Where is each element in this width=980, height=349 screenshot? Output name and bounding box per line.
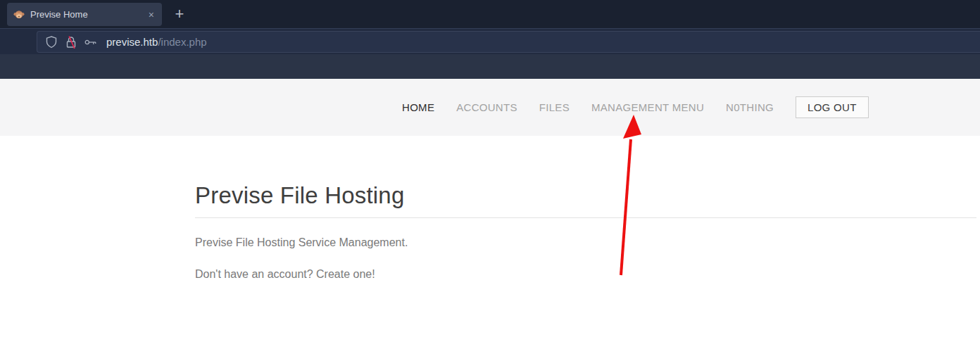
page-body: HOME ACCOUNTS FILES MANAGEMENT MENU N0TH… — [0, 79, 980, 349]
main-content: Previse File Hosting Previse File Hostin… — [195, 182, 976, 281]
url-path: /index.php — [158, 36, 206, 48]
title-divider — [195, 217, 976, 218]
monkey-favicon-icon — [13, 9, 25, 20]
intro-text: Previse File Hosting Service Management. — [195, 236, 976, 249]
insecure-lock-icon[interactable] — [65, 35, 77, 49]
site-nav: HOME ACCOUNTS FILES MANAGEMENT MENU N0TH… — [402, 79, 869, 136]
tab-title: Previse Home — [30, 9, 142, 20]
site-nav-band: HOME ACCOUNTS FILES MANAGEMENT MENU N0TH… — [0, 79, 980, 136]
nav-item-management-menu[interactable]: MANAGEMENT MENU — [591, 101, 704, 113]
url-host: previse.htb — [106, 36, 158, 48]
nav-item-home[interactable]: HOME — [402, 101, 434, 113]
url-text[interactable]: previse.htb/index.php — [106, 36, 207, 48]
url-bar[interactable]: previse.htb/index.php — [37, 31, 980, 53]
browser-toolbar: previse.htb/index.php — [0, 28, 980, 54]
log-out-button[interactable]: LOG OUT — [796, 96, 869, 118]
account-prompt-text: Don't have an account? Create one! — [195, 268, 976, 281]
tab-close-icon[interactable]: × — [147, 9, 156, 20]
browser-tab-bar: Previse Home × + — [0, 0, 980, 28]
nav-item-files[interactable]: FILES — [539, 101, 570, 113]
bookmarks-strip — [0, 54, 980, 79]
page-title: Previse File Hosting — [195, 182, 976, 210]
new-tab-button[interactable]: + — [169, 4, 190, 24]
shield-icon[interactable] — [45, 35, 58, 49]
key-icon[interactable] — [84, 35, 97, 49]
nav-item-n0thing[interactable]: N0THING — [726, 101, 774, 113]
nav-item-accounts[interactable]: ACCOUNTS — [456, 101, 517, 113]
browser-tab-previse-home[interactable]: Previse Home × — [7, 3, 162, 26]
